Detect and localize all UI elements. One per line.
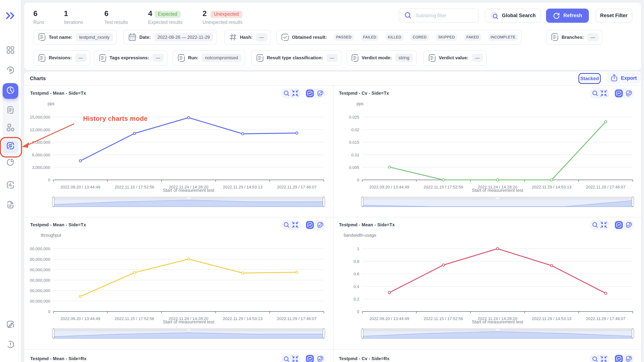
svg-text:pps: pps (48, 101, 54, 106)
svg-text:Start of measurement test: Start of measurement test (163, 188, 214, 192)
svg-text:6,000,000: 6,000,000 (32, 152, 50, 157)
svg-text:2022.11.29 / 14:53:13: 2022.11.29 / 14:53:13 (223, 316, 262, 321)
svg-text:0: 0 (357, 309, 359, 314)
svg-text:2022.11.29 / 17:46:07: 2022.11.29 / 17:46:07 (586, 316, 625, 321)
svg-text:2022.09.20 / 13:44:49: 2022.09.20 / 13:44:49 (60, 184, 100, 189)
svg-text:0.025: 0.025 (349, 115, 359, 119)
svg-text:00,000,000: 00,000,000 (30, 278, 50, 282)
svg-text:Start of measurement test: Start of measurement test (472, 188, 523, 192)
svg-text:0.4: 0.4 (353, 284, 359, 289)
svg-text:2022.11.29 / 17:46:07: 2022.11.29 / 17:46:07 (277, 184, 316, 189)
svg-text:3,000,000: 3,000,000 (32, 165, 50, 170)
svg-text:00,000,000: 00,000,000 (30, 288, 50, 293)
svg-text:bandwidth-usage: bandwidth-usage (344, 233, 376, 238)
svg-text:2022.11.15 / 17:52:56: 2022.11.15 / 17:52:56 (423, 184, 463, 189)
svg-text:0.2: 0.2 (353, 296, 359, 301)
svg-text:2022.11.29 / 14:53:13: 2022.11.29 / 14:53:13 (532, 184, 571, 189)
svg-text:Start of measurement test: Start of measurement test (163, 319, 214, 324)
svg-text:Start of measurement test: Start of measurement test (472, 319, 523, 324)
svg-text:9,000,000: 9,000,000 (32, 140, 50, 144)
svg-text:0: 0 (48, 178, 50, 182)
svg-text:2022.09.20 / 13:44:49: 2022.09.20 / 13:44:49 (369, 184, 409, 189)
svg-text:2022.11.29 / 17:46:07: 2022.11.29 / 17:46:07 (277, 316, 316, 321)
svg-text:2022.11.15 / 17:52:56: 2022.11.15 / 17:52:56 (114, 316, 154, 321)
svg-text:0.005: 0.005 (349, 165, 359, 170)
svg-text:2022.11.29 / 14:53:13: 2022.11.29 / 14:53:13 (532, 316, 571, 321)
svg-text:2022.11.15 / 17:52:56: 2022.11.15 / 17:52:56 (423, 316, 463, 321)
svg-text:0.6: 0.6 (353, 272, 359, 276)
svg-text:00,000,000: 00,000,000 (30, 267, 50, 272)
svg-text:0.02: 0.02 (351, 127, 359, 132)
svg-text:0.01: 0.01 (351, 152, 359, 157)
svg-text:throughput: throughput (41, 233, 62, 238)
svg-text:0.015: 0.015 (349, 140, 359, 144)
svg-text:2022.11.29 / 17:46:07: 2022.11.29 / 17:46:07 (586, 184, 625, 189)
svg-text:2022.09.20 / 13:44:49: 2022.09.20 / 13:44:49 (60, 316, 100, 321)
svg-text:0.8: 0.8 (353, 259, 359, 264)
svg-text:00,000,000: 00,000,000 (30, 257, 50, 262)
svg-text:15,000,000: 15,000,000 (30, 115, 50, 119)
svg-text:2022.11.15 / 17:52:56: 2022.11.15 / 17:52:56 (114, 184, 154, 189)
svg-text:pps: pps (356, 101, 363, 106)
svg-text:0: 0 (357, 178, 359, 182)
svg-text:00,000,000: 00,000,000 (30, 298, 50, 303)
svg-text:00,000,000: 00,000,000 (30, 246, 50, 251)
svg-text:2022.09.20 / 13:44:49: 2022.09.20 / 13:44:49 (369, 316, 409, 321)
svg-text:0: 0 (48, 309, 50, 314)
svg-text:12,000,000: 12,000,000 (30, 127, 50, 132)
svg-text:2022.11.29 / 14:53:13: 2022.11.29 / 14:53:13 (223, 184, 262, 189)
svg-text:1: 1 (357, 246, 359, 251)
